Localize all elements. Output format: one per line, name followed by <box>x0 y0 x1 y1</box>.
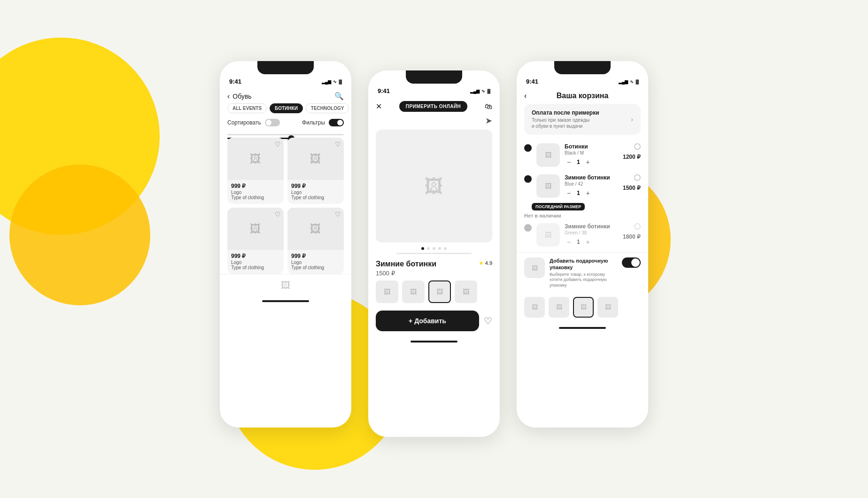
status-icons-3: ▂▄▆ ∿ ▓ <box>619 79 639 84</box>
cart-back-button[interactable]: ‹ <box>524 92 527 100</box>
product-brand-2: Logo <box>291 190 340 195</box>
footer-placeholder-icon: 🖼 <box>281 280 290 291</box>
categories-tabs: ALL EVENTS БОТИНКИ TECHNOLOGY SPORTS <box>220 103 351 117</box>
thumb-2[interactable]: 🖼 <box>402 280 425 303</box>
phone-product-detail: 9:41 ▂▄▆ ∿ ▓ ✕ ПРИМЕРИТЬ ОНЛАЙН 🛍 ➤ 🖼 <box>368 70 500 437</box>
cart-thumbnails: 🖼 🖼 🖼 🖼 <box>517 293 648 323</box>
qty-decrease-1[interactable]: − <box>565 158 573 166</box>
item-color-2 <box>524 175 532 183</box>
tab-botinki[interactable]: БОТИНКИ <box>270 103 303 113</box>
dot-5 <box>444 247 447 250</box>
last-size-badge-wrapper: ПОСЛЕДНИЙ РАЗМЕР <box>524 202 648 210</box>
product-info-3: 999 ₽ Logo Type of clothing <box>227 250 284 274</box>
item-color-3 <box>524 224 532 232</box>
catalog-title: Обувь <box>232 93 251 100</box>
try-online-button[interactable]: ПРИМЕРИТЬ ОНЛАЙН <box>399 101 468 112</box>
product-type-2: Type of clothing <box>291 195 340 200</box>
item-right-1: 1200 ₽ <box>623 143 641 160</box>
item-price-2: 1500 ₽ <box>623 185 641 191</box>
dot-3 <box>433 247 435 250</box>
share-row: ➤ <box>368 116 500 130</box>
slider-track <box>227 134 344 135</box>
add-to-cart-button[interactable]: + Добавить <box>376 311 479 331</box>
item-radio-2[interactable] <box>634 174 641 181</box>
share-icon[interactable]: ➤ <box>485 116 492 126</box>
close-icon[interactable]: ✕ <box>376 102 382 111</box>
item-radio-1[interactable] <box>634 143 641 150</box>
product-price-1: 999 ₽ <box>231 183 280 189</box>
heart-button-3[interactable]: ♡ <box>275 210 281 218</box>
tab-technology[interactable]: TECHNOLOGY <box>306 103 349 113</box>
filter-row: Фильтры <box>302 119 344 126</box>
product-card-2[interactable]: 🖼 ♡ 999 ₽ Logo Type of clothing <box>287 138 344 204</box>
product-brand-3: Logo <box>231 260 280 265</box>
product-image-1: 🖼 ♡ <box>227 138 284 180</box>
qty-decrease-2[interactable]: − <box>565 189 573 197</box>
heart-button-2[interactable]: ♡ <box>335 140 341 148</box>
signal-icon-2: ▂▄▆ <box>470 89 480 93</box>
payment-text-block: Оплата после примерки Только при заказе … <box>532 109 631 129</box>
product-image-2: 🖼 ♡ <box>287 138 344 180</box>
battery-icon-3: ▓ <box>636 79 639 84</box>
out-of-stock-label: Нет в наличии <box>517 210 648 219</box>
qty-value-2: 1 <box>577 190 580 196</box>
signal-icon-1: ▂▄▆ <box>322 79 331 84</box>
product-type-4: Type of clothing <box>291 265 340 270</box>
product-price-2: 999 ₽ <box>291 183 340 189</box>
products-grid: 🖼 ♡ 999 ₽ Logo Type of clothing 🖼 ♡ 999 … <box>220 138 351 274</box>
rating-value: 4.9 <box>485 260 492 266</box>
notch-bar-3 <box>554 61 611 74</box>
product-type-3: Type of clothing <box>231 265 280 270</box>
item-image-1: 🖼 <box>536 143 560 167</box>
thumbnail-row: 🖼 🖼 🖼 🖼 <box>368 280 500 307</box>
product-card-3[interactable]: 🖼 ♡ 999 ₽ Logo Type of clothing <box>227 208 284 274</box>
catalog-header: ‹ Обувь 🔍 <box>220 87 351 103</box>
heart-button-1[interactable]: ♡ <box>275 140 281 148</box>
product-card-1[interactable]: 🖼 ♡ 999 ₽ Logo Type of clothing <box>227 138 284 204</box>
item-price-1: 1200 ₽ <box>623 154 641 160</box>
tab-all-events[interactable]: ALL EVENTS <box>227 103 267 113</box>
bag-icon[interactable]: 🛍 <box>485 102 492 111</box>
thumb-3[interactable]: 🖼 <box>428 280 451 303</box>
qty-increase-1[interactable]: + <box>584 158 592 166</box>
thumb-1[interactable]: 🖼 <box>376 280 398 303</box>
phone-catalog: 9:41 ▂▄▆ ∿ ▓ ‹ Обувь 🔍 ALL EVENTS БОТИНК… <box>220 61 351 428</box>
phone1-footer: 🖼 <box>220 274 351 296</box>
cart-thumb-1[interactable]: 🖼 <box>524 297 545 318</box>
home-indicator-1 <box>220 296 351 306</box>
image-placeholder-4: 🖼 <box>310 222 321 235</box>
sort-toggle[interactable] <box>265 119 280 126</box>
product-rating: ★ 4.9 <box>479 260 492 266</box>
item-radio-3 <box>634 223 641 230</box>
back-button-1[interactable]: ‹ Обувь <box>227 92 252 101</box>
time-2: 9:41 <box>378 87 390 94</box>
price-slider[interactable] <box>220 128 351 138</box>
qty-increase-2[interactable]: + <box>584 189 592 197</box>
qty-increase-3: + <box>584 238 592 246</box>
search-icon-1[interactable]: 🔍 <box>334 92 344 101</box>
gift-image: 🖼 <box>524 257 545 278</box>
image-placeholder-2: 🖼 <box>310 152 321 165</box>
product-detail-info: Зимние ботинки 1500 ₽ ★ 4.9 <box>368 254 500 280</box>
product-main-image: 🖼 <box>376 130 492 242</box>
thumb-4[interactable]: 🖼 <box>455 280 477 303</box>
star-icon: ★ <box>479 260 484 266</box>
dot-4 <box>438 247 441 250</box>
item-name-1: Ботинки <box>565 143 618 150</box>
heart-button-4[interactable]: ♡ <box>335 210 341 218</box>
notch-bar-1 <box>257 61 314 74</box>
payment-after-banner[interactable]: Оплата после примерки Только при заказе … <box>524 104 641 135</box>
item-variant-3: Green / 38 <box>565 230 618 235</box>
item-right-2: 1500 ₽ <box>623 174 641 191</box>
filter-toggle[interactable] <box>329 119 344 126</box>
gift-toggle[interactable] <box>622 257 641 268</box>
payment-subtitle: Только при заказе одеждыи обуви в пункт … <box>532 117 631 129</box>
product-card-4[interactable]: 🖼 ♡ 999 ₽ Logo Type of clothing <box>287 208 344 274</box>
sort-filter-row: Сортировать Фильтры <box>220 117 351 128</box>
phone-cart: 9:41 ▂▄▆ ∿ ▓ ‹ Ваша корзина Оплата после… <box>517 61 648 428</box>
cart-thumb-3[interactable]: 🖼 <box>573 297 594 318</box>
wishlist-button[interactable]: ♡ <box>484 315 492 327</box>
cart-thumb-4[interactable]: 🖼 <box>597 297 618 318</box>
cart-thumb-2[interactable]: 🖼 <box>549 297 569 318</box>
detail-header: ✕ ПРИМЕРИТЬ ОНЛАЙН 🛍 <box>368 96 500 116</box>
